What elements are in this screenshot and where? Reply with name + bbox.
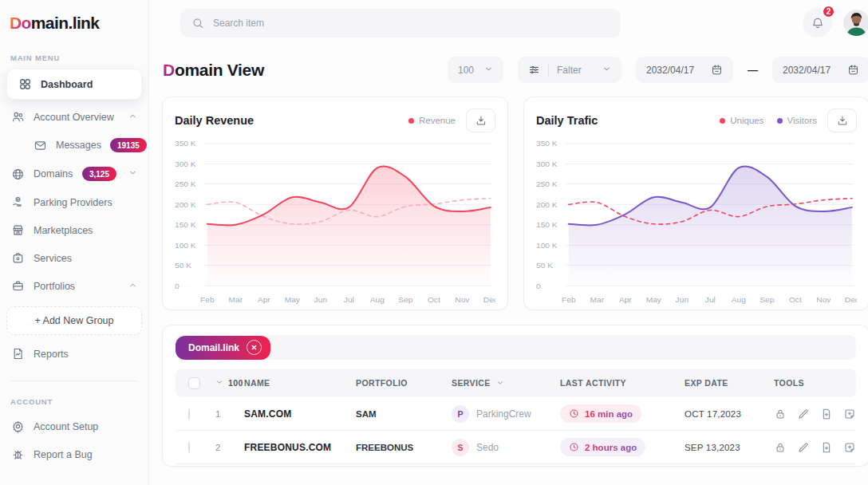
svg-text:350 K: 350 K bbox=[536, 140, 558, 148]
domains-table-card: Domail.link ✕ 100 NAME PORTFOLIO SERVICE bbox=[162, 325, 868, 467]
lock-icon[interactable] bbox=[774, 408, 787, 420]
sidebar-item-label: Messages bbox=[56, 140, 101, 151]
sidebar-item-services[interactable]: Services bbox=[0, 244, 148, 272]
svg-text:Dec: Dec bbox=[845, 295, 857, 304]
svg-text:150 K: 150 K bbox=[175, 220, 196, 229]
title-rest: omain View bbox=[175, 61, 264, 79]
row-checkbox[interactable] bbox=[188, 441, 190, 454]
svg-text:Feb: Feb bbox=[562, 295, 576, 304]
date-from-value: 2032/04/17 bbox=[646, 65, 694, 76]
portfolio-column-header[interactable]: PORTFOLIO bbox=[356, 378, 452, 388]
notifications-button[interactable]: 2 bbox=[803, 8, 832, 37]
last-activity-column-header[interactable]: LAST ACTIVITY bbox=[560, 378, 685, 388]
table-row[interactable]: 2 FREEBONUS.COM FREEBONUS S Sedo 2 hours… bbox=[176, 431, 856, 464]
svg-text:May: May bbox=[646, 295, 661, 304]
account-section-label: ACCOUNT bbox=[10, 397, 138, 406]
remove-filter-icon[interactable]: ✕ bbox=[247, 340, 262, 355]
svg-text:Jun: Jun bbox=[314, 295, 327, 304]
download-chart-button[interactable] bbox=[466, 108, 495, 132]
svg-text:50 K: 50 K bbox=[536, 261, 553, 270]
chevron-up-icon bbox=[128, 281, 137, 292]
date-to-value: 2032/04/17 bbox=[783, 65, 831, 76]
calendar-icon bbox=[711, 64, 723, 76]
legend-item: Uniques bbox=[720, 116, 763, 125]
date-to-picker[interactable]: 2032/04/17 bbox=[772, 57, 868, 83]
select-all-checkbox[interactable] bbox=[188, 377, 200, 389]
sidebar-item-label: Services bbox=[34, 253, 72, 264]
sidebar-item-label: Account Setup bbox=[34, 421, 98, 432]
sidebar-item-report-a-bug[interactable]: Report a Bug bbox=[0, 440, 148, 468]
sidebar-item-account-setup[interactable]: Account Setup bbox=[0, 412, 148, 440]
chevron-up-icon bbox=[128, 112, 137, 123]
service-name: Sedo bbox=[476, 442, 499, 453]
edit-pencil-icon[interactable] bbox=[797, 408, 810, 420]
app-logo[interactable]: Domain.link bbox=[0, 0, 148, 37]
add-file-icon[interactable] bbox=[820, 441, 833, 454]
table-row[interactable]: 1 SAM.COM SAM P ParkingCrew 16 min ago O… bbox=[176, 397, 856, 431]
service-header-label: SERVICE bbox=[452, 378, 491, 388]
svg-text:Oct: Oct bbox=[428, 295, 440, 304]
filter-chip-domail-link[interactable]: Domail.link ✕ bbox=[176, 336, 270, 360]
svg-text:Aug: Aug bbox=[732, 295, 746, 304]
svg-text:Jun: Jun bbox=[676, 295, 688, 304]
filter-dropdown[interactable]: Falter bbox=[518, 57, 621, 83]
sidebar-item-label: Reports bbox=[34, 349, 69, 360]
svg-text:250 K: 250 K bbox=[536, 179, 558, 188]
domains-count-badge: 3,125 bbox=[82, 167, 116, 181]
clock-icon bbox=[569, 408, 579, 419]
svg-text:50 K: 50 K bbox=[175, 261, 191, 270]
row-number: 1 bbox=[215, 409, 244, 419]
chart-legend: Revenue bbox=[408, 116, 456, 125]
bell-icon bbox=[811, 16, 825, 30]
edit-pencil-icon[interactable] bbox=[797, 441, 810, 454]
portfolio-name: FREEBONUS bbox=[356, 443, 452, 452]
sidebar-item-account-overview[interactable]: Account Overview bbox=[0, 103, 148, 131]
globe-icon bbox=[11, 168, 25, 181]
chevron-down-icon bbox=[484, 65, 493, 76]
search-input[interactable] bbox=[213, 18, 610, 29]
svg-text:0: 0 bbox=[536, 282, 541, 290]
sidebar-item-portfolios[interactable]: Portfolios bbox=[0, 272, 148, 300]
sidebar-item-reports[interactable]: Reports bbox=[0, 340, 148, 368]
add-new-group-button[interactable]: + Add New Group bbox=[6, 306, 142, 335]
download-chart-button[interactable] bbox=[827, 108, 857, 132]
chevron-down-icon bbox=[215, 378, 223, 388]
sidebar-item-label: Report a Bug bbox=[34, 449, 93, 460]
last-activity-text: 2 hours ago bbox=[585, 443, 637, 452]
name-column-header[interactable]: NAME bbox=[244, 378, 356, 388]
gear-icon bbox=[11, 420, 25, 433]
portfolio-name: SAM bbox=[356, 409, 452, 419]
svg-text:100 K: 100 K bbox=[175, 241, 196, 250]
sidebar-item-parking-providers[interactable]: Parking Providers bbox=[0, 188, 148, 216]
title-accent: D bbox=[163, 61, 175, 79]
page-header: Domain View 100 Falter 2032/04/17 bbox=[162, 57, 868, 83]
sidebar-item-dashboard[interactable]: Dashboard bbox=[6, 69, 142, 100]
sidebar-item-messages[interactable]: Messages 19135 bbox=[0, 131, 148, 160]
user-avatar[interactable] bbox=[843, 10, 868, 36]
page-size-dropdown[interactable]: 100 bbox=[448, 57, 503, 83]
add-note-icon[interactable] bbox=[843, 408, 856, 420]
add-file-icon[interactable] bbox=[820, 408, 833, 420]
add-note-icon[interactable] bbox=[843, 441, 856, 454]
legend-item: Revenue bbox=[408, 116, 456, 125]
sidebar-item-label: Account Overview bbox=[34, 112, 114, 123]
row-checkbox[interactable] bbox=[188, 408, 190, 420]
messages-count-badge: 19135 bbox=[110, 138, 147, 152]
content: Domain View 100 Falter 2032/04/17 bbox=[149, 44, 868, 467]
legend-dot bbox=[777, 118, 783, 124]
filter-chip-label: Domail.link bbox=[188, 342, 239, 353]
svg-text:Nov: Nov bbox=[816, 295, 831, 304]
exp-date-column-header[interactable]: EXP DATE bbox=[685, 378, 774, 388]
logo-accent: Do bbox=[10, 14, 31, 32]
service-column-header[interactable]: SERVICE bbox=[452, 378, 560, 388]
lock-icon[interactable] bbox=[774, 441, 787, 454]
row-tools bbox=[774, 408, 856, 420]
svg-text:Jul: Jul bbox=[344, 295, 354, 304]
date-from-picker[interactable]: 2032/04/17 bbox=[636, 57, 733, 83]
count-sort-header[interactable]: 100 bbox=[215, 378, 244, 388]
sidebar-item-domains[interactable]: Domains 3,125 bbox=[0, 160, 148, 188]
main-menu-label: MAIN MENU bbox=[10, 53, 138, 62]
search-bar[interactable] bbox=[180, 9, 621, 37]
avatar-image bbox=[843, 10, 868, 36]
sidebar-item-marketplaces[interactable]: Marketplaces bbox=[0, 216, 148, 244]
